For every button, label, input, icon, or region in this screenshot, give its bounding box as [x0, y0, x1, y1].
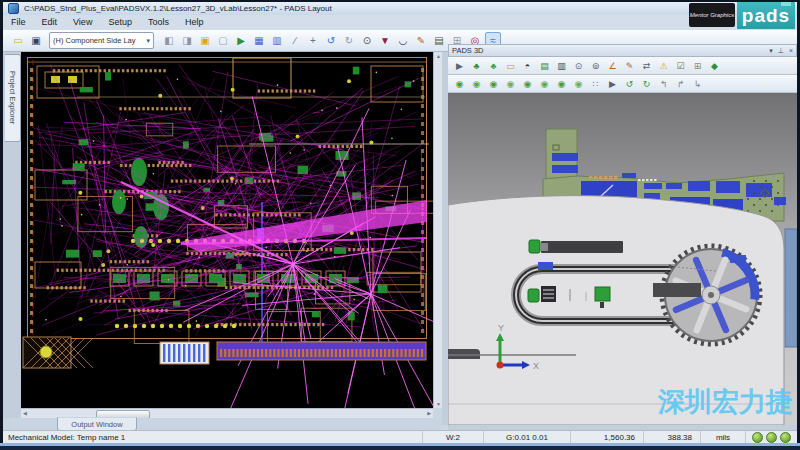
undo-icon[interactable]: ↺	[323, 32, 339, 49]
align-icon[interactable]: ⇄	[639, 58, 654, 74]
grid-icon[interactable]: ▦	[251, 32, 267, 49]
edge-connector	[23, 337, 426, 368]
zoom-icon[interactable]: ⊙	[359, 32, 375, 49]
measure-point-icon[interactable]: ✎	[622, 58, 637, 74]
output-window-tab[interactable]: Output Window	[57, 417, 137, 431]
panel-pin-icon[interactable]: ⊥	[778, 47, 784, 55]
layer-selector-value: (H) Component Side Lay	[53, 36, 136, 45]
chevron-down-icon: ▾	[146, 37, 150, 45]
add-route-icon[interactable]: ∕	[287, 32, 303, 49]
step-up-icon[interactable]: ↱	[673, 76, 688, 92]
pads3d-panel-header[interactable]: PADS 3D ▾ ⊥ ×	[448, 44, 797, 57]
grid-dots-icon[interactable]: ∷	[588, 76, 603, 92]
layer-selector-dropdown[interactable]: (H) Component Side Lay ▾	[49, 32, 154, 49]
status-model: Mechanical Model: Temp name 1	[3, 433, 125, 442]
select-icon[interactable]: ▶	[452, 58, 467, 74]
board-icon[interactable]: ▤	[431, 32, 447, 49]
pads3d-panel-title: PADS 3D	[452, 46, 484, 55]
view-left-icon[interactable]: ◉	[537, 76, 552, 92]
view-back-icon[interactable]: ◉	[520, 76, 535, 92]
menu-item-edit[interactable]: Edit	[34, 15, 66, 30]
status-light	[780, 432, 791, 443]
status-light	[752, 432, 763, 443]
pcb-3d-viewport[interactable]: Y X 深圳宏力捷	[448, 93, 797, 425]
view-right-icon[interactable]: ◉	[554, 76, 569, 92]
scroll-left-icon[interactable]: ◀	[23, 410, 27, 416]
menu-item-view[interactable]: View	[65, 15, 100, 30]
window-title: C:\PADS_Stnd_Plus_Eval\PADSVX.1.2\Lesson…	[24, 4, 332, 13]
redo-icon[interactable]: ↻	[341, 32, 357, 49]
status-light	[766, 432, 777, 443]
menu-item-setup[interactable]: Setup	[100, 15, 140, 30]
view-rotate-icon[interactable]: ◉	[571, 76, 586, 92]
sketch-mode-icon[interactable]: ◨	[179, 32, 195, 49]
open-model-icon[interactable]: ▭	[503, 58, 518, 74]
pick-icon[interactable]: ▶	[605, 76, 620, 92]
move-icon[interactable]: +	[305, 32, 321, 49]
open-file-icon[interactable]: ▭	[10, 32, 26, 49]
add-enclosure-icon[interactable]: ♣	[486, 58, 501, 74]
app-icon	[8, 3, 19, 14]
measure-angle-icon[interactable]: ∠	[605, 58, 620, 74]
step-down-icon[interactable]: ↳	[690, 76, 705, 92]
step-back-icon[interactable]: ↰	[656, 76, 671, 92]
frame-edge	[0, 446, 800, 450]
export-icon[interactable]: ◆	[707, 58, 722, 74]
scroll-right-icon[interactable]: ▶	[427, 410, 431, 416]
add-model-icon[interactable]: ♣	[469, 58, 484, 74]
title-bar: C:\PADS_Stnd_Plus_Eval\PADSVX.1.2\Lesson…	[3, 2, 797, 15]
zoom-model-icon[interactable]: ⊙	[571, 58, 586, 74]
rotate-cw-icon[interactable]: ↻	[639, 76, 654, 92]
panel-collapse-icon[interactable]: ▾	[769, 47, 773, 55]
pads3d-toolbar-2: ◉◉◉◉◉◉◉◉∷▶↺↻↰↱↳	[448, 75, 797, 93]
panel-close-icon[interactable]: ×	[789, 47, 793, 54]
menu-bar: FileEditViewSetupToolsHelp	[3, 15, 797, 30]
pcb-2d-viewport[interactable]	[21, 52, 433, 408]
measure-icon[interactable]: ✎	[413, 32, 429, 49]
view-front-icon[interactable]: ◉	[503, 76, 518, 92]
display-colors-icon[interactable]: ▥	[269, 32, 285, 49]
menu-item-tools[interactable]: Tools	[140, 15, 177, 30]
pour-icon[interactable]: ◡	[395, 32, 411, 49]
library-dark-icon[interactable]: ▥	[554, 58, 569, 74]
nets-icon[interactable]: ▶	[233, 32, 249, 49]
collision-warning-icon[interactable]: ⚠	[656, 58, 671, 74]
scroll-up-icon[interactable]: ▲	[435, 53, 442, 59]
check-icon[interactable]: ☑	[673, 58, 688, 74]
new-drawing-icon[interactable]: ▢	[215, 32, 231, 49]
view-iso-icon[interactable]: ◉	[452, 76, 467, 92]
route-mode-icon[interactable]: ◧	[161, 32, 177, 49]
project-explorer-tab[interactable]: Project Explorer	[5, 54, 21, 142]
library-icon[interactable]: ▤	[537, 58, 552, 74]
menu-item-file[interactable]: File	[3, 15, 34, 30]
view-bottom-icon[interactable]: ◉	[486, 76, 501, 92]
status-bar: Mechanical Model: Temp name 1 W:2 G:0.01…	[3, 430, 797, 444]
axis-y-label: Y	[498, 323, 504, 333]
board-edge-strip	[785, 229, 797, 347]
axis-x-label: X	[533, 361, 539, 371]
pads-logo: pads	[737, 2, 795, 29]
filter-icon[interactable]: ▼	[377, 32, 393, 49]
copy-view-icon[interactable]: ⊞	[690, 58, 705, 74]
pads3d-toolbar-1: ▶♣♣▭◓▤▥⊙⊚∠✎⇄⚠☑⊞◆	[448, 57, 797, 75]
pads-logo-text: pads	[742, 5, 790, 27]
view-top-icon[interactable]: ◉	[469, 76, 484, 92]
layer-color-icon[interactable]: ▣	[197, 32, 213, 49]
menu-item-help[interactable]: Help	[177, 15, 212, 30]
save-file-icon[interactable]: ▣	[28, 32, 44, 49]
vendor-logo: Mentor Graphics	[689, 3, 735, 27]
search-model-icon[interactable]: ⊚	[588, 58, 603, 74]
file-icon-group: ▭▣	[9, 32, 45, 49]
scroll-down-icon[interactable]: ▼	[435, 401, 442, 407]
rotate-ccw-icon[interactable]: ↺	[622, 76, 637, 92]
hide-cap-icon[interactable]: ◓	[520, 58, 535, 74]
